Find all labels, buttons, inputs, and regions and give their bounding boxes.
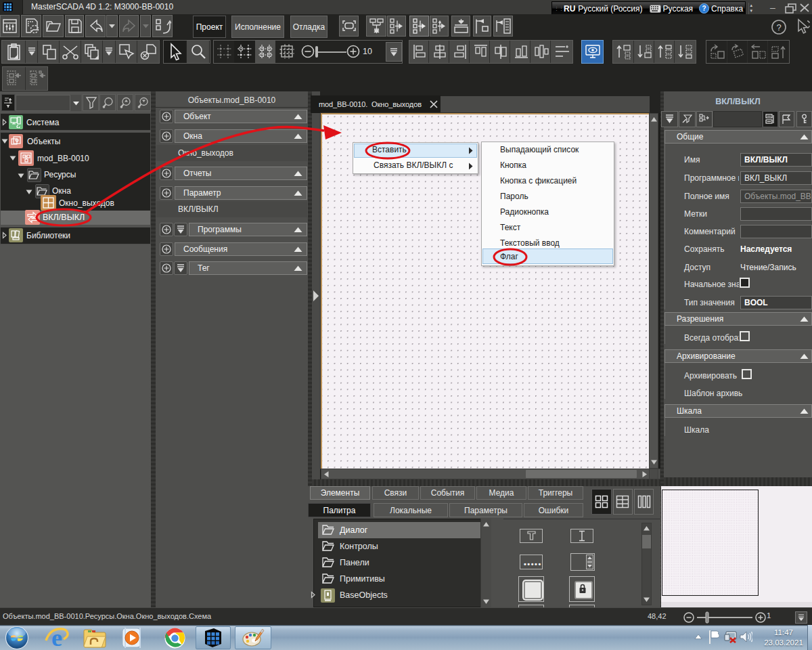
svg-text:?: ? [702,5,706,12]
svg-text:?: ? [776,22,781,32]
